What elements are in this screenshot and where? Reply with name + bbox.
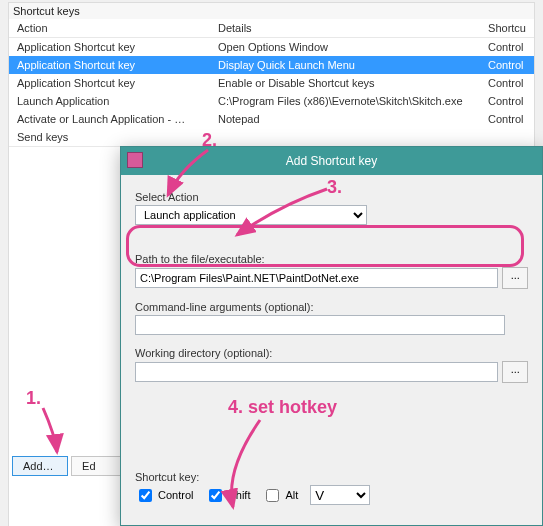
cell-action: Application Shortcut key xyxy=(9,38,210,57)
cell-shortcut xyxy=(480,128,534,146)
control-checkbox-label[interactable]: Control xyxy=(135,486,193,505)
button-row: Add… Ed xyxy=(8,450,138,482)
table-row[interactable]: Launch ApplicationC:\Program Files (x86)… xyxy=(9,92,534,110)
add-button[interactable]: Add… xyxy=(12,456,68,476)
select-action-dropdown[interactable]: Launch application xyxy=(135,205,367,225)
table-row[interactable]: Application Shortcut keyDisplay Quick La… xyxy=(9,56,534,74)
table-header-row: Action Details Shortcu xyxy=(9,19,534,38)
alt-checkbox-label[interactable]: Alt xyxy=(262,486,298,505)
browse-workdir-button[interactable]: ... xyxy=(502,361,528,383)
cell-action: Launch Application xyxy=(9,92,210,110)
cell-shortcut: Control xyxy=(480,56,534,74)
table-row[interactable]: Application Shortcut keyEnable or Disabl… xyxy=(9,74,534,92)
path-label: Path to the file/executable: xyxy=(135,253,528,265)
col-header-shortcut[interactable]: Shortcu xyxy=(480,19,534,38)
shortcut-key-label: Shortcut key: xyxy=(135,471,528,483)
dialog-title: Add Shortcut key xyxy=(286,154,377,168)
cell-details: Notepad xyxy=(210,110,480,128)
cell-details: Open Options Window xyxy=(210,38,480,57)
cmdline-input[interactable] xyxy=(135,315,505,335)
cell-shortcut: Control xyxy=(480,38,534,57)
alt-checkbox[interactable] xyxy=(266,489,279,502)
add-shortcut-dialog: Add Shortcut key Select Action Launch ap… xyxy=(120,146,543,526)
cell-shortcut: Control xyxy=(480,92,534,110)
cell-shortcut: Control xyxy=(480,74,534,92)
cell-details xyxy=(210,128,480,146)
table-row[interactable]: Activate or Launch Application - …Notepa… xyxy=(9,110,534,128)
cell-action: Application Shortcut key xyxy=(9,56,210,74)
workdir-label: Working directory (optional): xyxy=(135,347,528,359)
cell-action: Application Shortcut key xyxy=(9,74,210,92)
select-action-label: Select Action xyxy=(135,191,528,203)
col-header-action[interactable]: Action xyxy=(9,19,210,38)
table-row[interactable]: Send keys xyxy=(9,128,534,146)
browse-path-button[interactable]: ... xyxy=(502,267,528,289)
cell-shortcut: Control xyxy=(480,110,534,128)
cmdline-label: Command-line arguments (optional): xyxy=(135,301,528,313)
cell-details: Display Quick Launch Menu xyxy=(210,56,480,74)
col-header-details[interactable]: Details xyxy=(210,19,480,38)
cell-action: Send keys xyxy=(9,128,210,146)
edit-button[interactable]: Ed xyxy=(71,456,127,476)
path-input[interactable] xyxy=(135,268,498,288)
cell-details: Enable or Disable Shortcut keys xyxy=(210,74,480,92)
shift-checkbox-label[interactable]: Shift xyxy=(205,486,250,505)
cell-details: C:\Program Files (x86)\Evernote\Skitch\S… xyxy=(210,92,480,110)
dialog-titlebar[interactable]: Add Shortcut key xyxy=(121,147,542,175)
cell-action: Activate or Launch Application - … xyxy=(9,110,210,128)
panel-title: Shortcut keys xyxy=(9,3,534,19)
shortcut-table: Action Details Shortcu Application Short… xyxy=(9,19,534,146)
key-select[interactable]: V xyxy=(310,485,370,505)
control-checkbox[interactable] xyxy=(139,489,152,502)
app-icon xyxy=(127,152,143,168)
workdir-input[interactable] xyxy=(135,362,498,382)
table-row[interactable]: Application Shortcut keyOpen Options Win… xyxy=(9,38,534,57)
shift-checkbox[interactable] xyxy=(209,489,222,502)
